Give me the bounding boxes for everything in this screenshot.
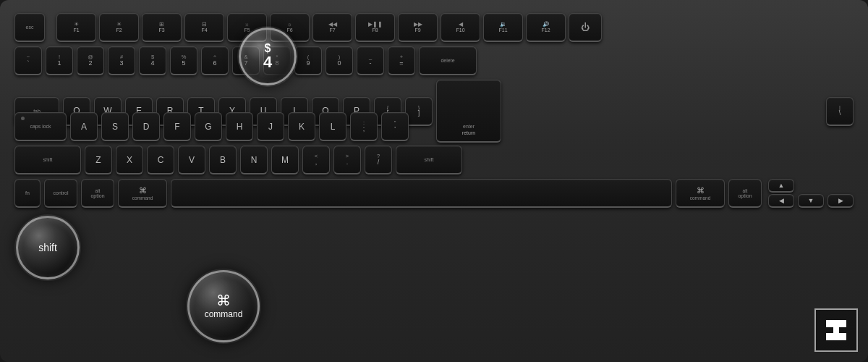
key-shift-left[interactable]: shift bbox=[14, 146, 81, 174]
key-f11[interactable]: 🔉F11 bbox=[483, 13, 523, 42]
key-f3[interactable]: ⊞F3 bbox=[142, 13, 182, 42]
key-option-right[interactable]: altoption bbox=[728, 179, 762, 208]
key-fn[interactable]: fn bbox=[14, 179, 41, 208]
key-capslock[interactable]: caps lock bbox=[14, 112, 67, 141]
key-comma[interactable]: <, bbox=[302, 146, 330, 174]
svg-rect-2 bbox=[839, 320, 846, 327]
key-g[interactable]: G bbox=[195, 112, 222, 141]
number-row: ~` !1 @2 #3 $4 %5 ^6 &7 *8 (9 )0 _- += d… bbox=[14, 46, 854, 75]
zxcv-row: shift Z X C V B N M <, >. ?/ shift bbox=[14, 146, 854, 174]
bottom-row: fn control altoption ⌘command ⌘command a… bbox=[14, 179, 854, 208]
key-x[interactable]: X bbox=[116, 146, 143, 174]
highlight-command[interactable]: ⌘ command bbox=[187, 270, 260, 342]
key-f8[interactable]: ▶❚❚F8 bbox=[355, 13, 395, 42]
key-control[interactable]: control bbox=[44, 179, 77, 208]
key-period[interactable]: >. bbox=[333, 146, 361, 174]
key-slash[interactable]: ?/ bbox=[365, 146, 392, 174]
key-backslash[interactable]: |\ bbox=[826, 97, 854, 126]
key-arrow-left[interactable]: ◀ bbox=[768, 194, 794, 208]
key-k[interactable]: K bbox=[288, 112, 315, 141]
watermark-logo bbox=[814, 308, 858, 352]
key-space[interactable] bbox=[171, 179, 672, 208]
key-z[interactable]: Z bbox=[85, 146, 112, 174]
key-equals[interactable]: += bbox=[388, 46, 415, 75]
key-n[interactable]: N bbox=[240, 146, 268, 174]
key-arrow-right[interactable]: ▶ bbox=[827, 194, 854, 208]
key-f7[interactable]: ◀◀F7 bbox=[312, 13, 352, 42]
key-delete[interactable]: delete bbox=[419, 46, 477, 75]
key-5[interactable]: %5 bbox=[170, 46, 197, 75]
key-f4[interactable]: ⊟F4 bbox=[184, 13, 224, 42]
key-f9[interactable]: ▶▶F9 bbox=[398, 13, 438, 42]
keyboard: esc ☀F1 ☀F2 ⊞F3 ⊟F4 ☼F5 ☼F6 ◀◀F7 ▶❚❚F8 ▶… bbox=[0, 0, 868, 362]
svg-rect-3 bbox=[839, 333, 846, 340]
highlight-shift[interactable]: shift bbox=[16, 216, 80, 279]
key-option-left[interactable]: altoption bbox=[81, 179, 114, 208]
key-backtick[interactable]: ~` bbox=[14, 46, 42, 75]
key-s[interactable]: S bbox=[101, 112, 129, 141]
key-quote[interactable]: "' bbox=[381, 112, 409, 141]
svg-rect-4 bbox=[833, 320, 839, 340]
key-semicolon[interactable]: :; bbox=[350, 112, 378, 141]
key-c[interactable]: C bbox=[147, 146, 174, 174]
key-l[interactable]: L bbox=[319, 112, 346, 141]
key-h[interactable]: H bbox=[226, 112, 253, 141]
key-2[interactable]: @2 bbox=[77, 46, 104, 75]
key-enter[interactable]: enter return bbox=[436, 80, 501, 143]
svg-rect-1 bbox=[826, 333, 833, 340]
key-v[interactable]: V bbox=[178, 146, 205, 174]
key-6[interactable]: ^6 bbox=[201, 46, 229, 75]
key-a[interactable]: A bbox=[70, 112, 98, 141]
asdf-row: caps lock A S D F G H J K L :; "' bbox=[14, 112, 854, 141]
key-9[interactable]: (9 bbox=[294, 46, 322, 75]
capslock-indicator bbox=[21, 117, 25, 120]
key-arrow-down[interactable]: ▼ bbox=[798, 194, 824, 208]
key-command-right[interactable]: ⌘command bbox=[676, 179, 725, 208]
key-3[interactable]: #3 bbox=[108, 46, 135, 75]
svg-rect-0 bbox=[826, 320, 833, 327]
highlight-dollar-4[interactable]: $ 4 bbox=[239, 28, 297, 85]
fn-row: esc ☀F1 ☀F2 ⊞F3 ⊟F4 ☼F5 ☼F6 ◀◀F7 ▶❚❚F8 ▶… bbox=[14, 13, 854, 42]
key-esc[interactable]: esc bbox=[14, 13, 45, 42]
key-rbracket[interactable]: }] bbox=[405, 97, 433, 126]
key-f12[interactable]: 🔊F12 bbox=[526, 13, 566, 42]
key-d[interactable]: D bbox=[132, 112, 160, 141]
key-minus[interactable]: _- bbox=[357, 46, 384, 75]
key-b[interactable]: B bbox=[209, 146, 237, 174]
key-shift-right[interactable]: shift bbox=[396, 146, 462, 174]
key-j[interactable]: J bbox=[257, 112, 284, 141]
key-m[interactable]: M bbox=[271, 146, 299, 174]
key-power[interactable]: ⏻ bbox=[569, 13, 602, 42]
key-f2[interactable]: ☀F2 bbox=[99, 13, 139, 42]
key-1[interactable]: !1 bbox=[46, 46, 73, 75]
key-f1[interactable]: ☀F1 bbox=[56, 13, 96, 42]
key-f10[interactable]: ◀F10 bbox=[441, 13, 480, 42]
key-f[interactable]: F bbox=[163, 112, 191, 141]
key-arrow-up[interactable]: ▲ bbox=[768, 179, 794, 193]
key-0[interactable]: )0 bbox=[326, 46, 353, 75]
key-4[interactable]: $4 bbox=[139, 46, 166, 75]
key-command-left[interactable]: ⌘command bbox=[118, 179, 167, 208]
